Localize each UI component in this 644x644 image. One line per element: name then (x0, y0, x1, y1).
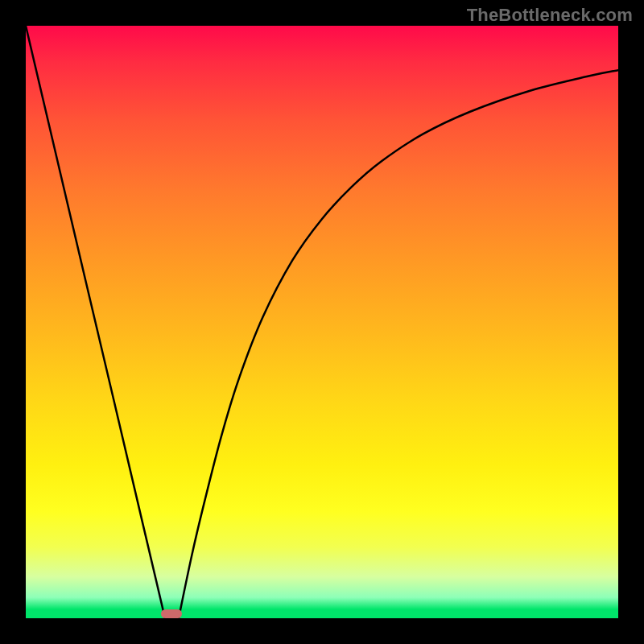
chart-frame: TheBottleneck.com (0, 0, 644, 644)
bottleneck-curve (26, 26, 618, 618)
bottleneck-marker (161, 609, 183, 618)
curve-right-branch (179, 70, 618, 618)
watermark-text: TheBottleneck.com (467, 5, 633, 26)
curve-left-branch (26, 26, 165, 618)
plot-area (26, 26, 618, 618)
